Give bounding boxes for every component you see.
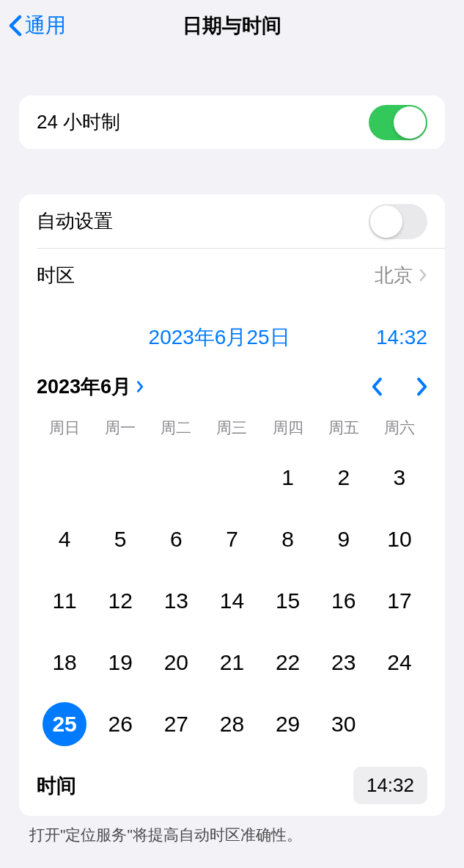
calendar-day[interactable]: 16 [316, 570, 372, 632]
row-24-hour: 24 小时制 [19, 95, 445, 149]
time-label: 时间 [37, 773, 76, 799]
calendar-day[interactable]: 7 [204, 508, 259, 570]
calendar-day[interactable]: 5 [92, 508, 148, 570]
weekday-label: 周三 [204, 417, 259, 438]
calendar-day[interactable]: 21 [204, 632, 259, 693]
next-month-button[interactable] [416, 377, 427, 396]
weekday-label: 周二 [148, 417, 204, 438]
calendar-day-empty [37, 447, 92, 508]
row-timezone-value: 北京 [375, 263, 413, 288]
calendar-day[interactable]: 2 [316, 447, 372, 508]
weekday-label: 周六 [372, 417, 427, 438]
toggle-24-hour[interactable] [369, 105, 427, 140]
chevron-left-icon [9, 15, 22, 37]
calendar-day[interactable]: 11 [37, 570, 92, 632]
calendar-day-empty [148, 447, 204, 508]
calendar-day[interactable]: 30 [316, 693, 372, 755]
calendar-day[interactable]: 29 [260, 693, 316, 755]
weekday-label: 周日 [37, 417, 92, 438]
calendar-day[interactable]: 13 [148, 570, 204, 632]
month-picker-button[interactable]: 2023年6月 [37, 373, 144, 400]
time-display-button[interactable]: 14:32 [376, 326, 427, 349]
calendar-day[interactable]: 8 [260, 508, 316, 570]
calendar-day[interactable]: 14 [204, 570, 259, 632]
calendar-day[interactable]: 20 [148, 632, 204, 693]
calendar-day[interactable]: 25 [37, 693, 92, 755]
calendar-day[interactable]: 10 [372, 508, 427, 570]
calendar-day[interactable]: 12 [92, 570, 148, 632]
calendar-day[interactable]: 19 [92, 632, 148, 693]
chevron-right-icon [419, 268, 427, 282]
calendar-day[interactable]: 6 [148, 508, 204, 570]
calendar-day[interactable]: 24 [372, 632, 427, 693]
calendar-day[interactable]: 28 [204, 693, 259, 755]
calendar-day[interactable]: 18 [37, 632, 92, 693]
date-display-button[interactable]: 2023年6月25日 [149, 324, 290, 351]
time-picker-button[interactable]: 14:32 [353, 767, 427, 804]
row-auto-set: 自动设置 [19, 194, 445, 248]
back-label: 通用 [25, 12, 66, 40]
prev-month-button[interactable] [372, 377, 383, 396]
row-auto-set-label: 自动设置 [37, 208, 113, 234]
month-label: 2023年6月 [37, 373, 131, 400]
calendar-day[interactable]: 27 [148, 693, 204, 755]
calendar-day[interactable]: 4 [37, 508, 92, 570]
page-title: 日期与时间 [183, 12, 281, 39]
back-button[interactable]: 通用 [9, 12, 66, 40]
footer-note: 打开"定位服务"将提高自动时区准确性。 [29, 825, 435, 845]
calendar-day-empty [92, 447, 148, 508]
calendar-day[interactable]: 3 [372, 447, 427, 508]
calendar-day[interactable]: 26 [92, 693, 148, 755]
calendar-day[interactable]: 23 [316, 632, 372, 693]
chevron-right-icon [136, 376, 144, 398]
toggle-auto-set[interactable] [369, 204, 427, 239]
weekday-label: 周一 [92, 417, 148, 438]
calendar-day-empty [204, 447, 259, 508]
weekday-label: 周四 [260, 417, 316, 438]
weekday-label: 周五 [316, 417, 372, 438]
row-timezone[interactable]: 时区 北京 [37, 248, 445, 302]
row-24-hour-label: 24 小时制 [37, 109, 120, 135]
calendar-day[interactable]: 22 [260, 632, 316, 693]
calendar-day[interactable]: 9 [316, 508, 372, 570]
calendar-day[interactable]: 17 [372, 570, 427, 632]
calendar-day[interactable]: 15 [260, 570, 316, 632]
calendar: 2023年6月 周日周一周二周三周四周五周六 12345678910111213… [19, 359, 445, 764]
calendar-day[interactable]: 1 [260, 447, 316, 508]
row-timezone-label: 时区 [37, 263, 75, 288]
